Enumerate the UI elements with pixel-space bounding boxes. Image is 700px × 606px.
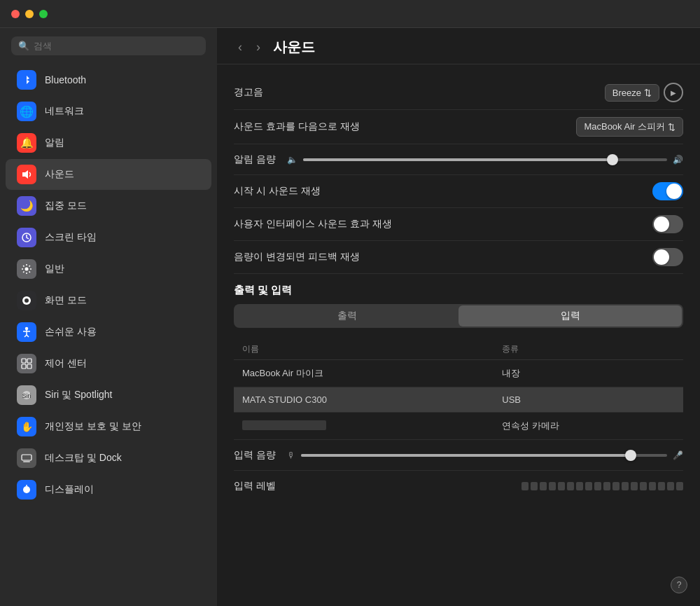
level-bar-16 — [667, 482, 674, 490]
sidebar-item-accessibility[interactable]: 손쉬운 사용 — [6, 317, 211, 347]
general-icon — [17, 259, 36, 279]
svg-rect-16 — [22, 455, 31, 460]
alert-volume-track[interactable] — [303, 158, 667, 161]
startup-sound-toggle[interactable] — [652, 182, 683, 200]
input-volume-slider[interactable]: 🎙 🎤 — [287, 450, 683, 460]
tab-output[interactable]: 출력 — [235, 305, 458, 326]
row-type-0: 내장 — [493, 360, 683, 387]
svg-point-4 — [24, 298, 29, 303]
sidebar-item-displays[interactable]: 디스플레이 — [6, 474, 211, 505]
alert-sound-label: 경고음 — [234, 86, 263, 99]
content-body: 경고음 Breeze ⇅ ▶ 사운드 효과를 다음으로 재생 MacBook A… — [217, 64, 700, 518]
volume-feedback-row: 음량이 변경되면 피드백 재생 — [234, 241, 683, 274]
tab-switcher: 출력 입력 — [234, 304, 683, 328]
input-volume-thumb[interactable] — [625, 450, 636, 461]
alert-volume-thumb[interactable] — [607, 154, 618, 165]
row-name-1: MATA STUDIO C300 — [234, 387, 493, 413]
volume-feedback-label: 음량이 변경되면 피드백 재생 — [234, 251, 360, 263]
sidebar-item-label-privacy: 개인정보 보호 및 보안 — [45, 420, 141, 433]
row-name-0: MacBook Air 마이크 — [234, 360, 493, 387]
svg-rect-17 — [23, 461, 30, 462]
startup-sound-thumb — [666, 184, 682, 199]
sidebar-item-label-screentime: 스크린 타임 — [45, 231, 97, 244]
sidebar-item-label-network: 네트워크 — [45, 105, 84, 118]
level-bar-13 — [640, 482, 647, 490]
sidebar-item-siri[interactable]: SiriSiri 및 Spotlight — [6, 380, 211, 411]
sidebar-item-label-focus: 집중 모드 — [45, 200, 87, 212]
sidebar-item-label-control_center: 제어 센터 — [45, 357, 87, 370]
play-sound-button[interactable]: ▶ — [664, 83, 683, 102]
alert-volume-fill — [303, 158, 612, 161]
sidebar-item-bluetooth[interactable]: Bluetooth — [6, 64, 211, 95]
sidebar-item-alarm[interactable]: 🔔알림 — [6, 128, 211, 158]
alert-volume-slider[interactable]: 🔈 🔊 — [287, 155, 683, 165]
page-title: 사운드 — [273, 38, 315, 57]
level-bar-17 — [676, 482, 683, 490]
volume-low-icon: 🔈 — [287, 155, 298, 165]
svg-line-9 — [27, 335, 29, 337]
help-button[interactable]: ? — [671, 577, 687, 593]
search-bar[interactable]: 🔍 — [11, 36, 206, 55]
search-input[interactable] — [34, 41, 199, 51]
level-bar-12 — [631, 482, 638, 490]
sidebar-item-focus[interactable]: 🌙집중 모드 — [6, 191, 211, 221]
sidebar-item-network[interactable]: 🌐네트워크 — [6, 96, 211, 127]
close-button[interactable] — [11, 10, 20, 18]
alert-volume-row: 알림 음량 🔈 🔊 — [234, 144, 683, 175]
siri-icon: Siri — [17, 385, 36, 405]
svg-rect-10 — [22, 359, 26, 363]
input-volume-track[interactable] — [301, 454, 667, 457]
displays-icon — [17, 480, 36, 500]
io-table: 이름 종류 MacBook Air 마이크내장MATA STUDIO C300U… — [234, 339, 683, 440]
sidebar-item-general[interactable]: 일반 — [6, 254, 211, 284]
mic-low-icon: 🎙 — [287, 450, 295, 460]
play-sound-selector[interactable]: MacBook Air 스피커 ⇅ — [576, 117, 683, 137]
level-bar-1 — [531, 482, 538, 490]
content-header: ‹ › 사운드 — [217, 28, 700, 64]
sidebar-item-display_mode[interactable]: 화면 모드 — [6, 285, 211, 316]
sidebar-item-privacy[interactable]: ✋개인정보 보호 및 보안 — [6, 411, 211, 442]
forward-button[interactable]: › — [252, 39, 265, 56]
ui-sounds-toggle[interactable] — [652, 215, 683, 233]
play-sound-value: MacBook Air 스피커 ⇅ — [576, 117, 683, 137]
back-button[interactable]: ‹ — [234, 39, 246, 56]
svg-rect-13 — [27, 364, 31, 369]
screentime-icon — [17, 228, 36, 247]
sidebar-item-screentime[interactable]: 스크린 타임 — [6, 222, 211, 253]
network-icon: 🌐 — [17, 102, 36, 121]
search-icon: 🔍 — [18, 41, 29, 51]
svg-text:Siri: Siri — [22, 392, 31, 399]
table-row[interactable]: 연속성 카메라 — [234, 413, 683, 440]
io-table-head: 이름 종류 — [234, 339, 683, 360]
ui-sounds-row: 사용자 인터페이스 사운드 효과 재생 — [234, 208, 683, 241]
table-row[interactable]: MATA STUDIO C300USB — [234, 387, 683, 413]
alert-sound-selector[interactable]: Breeze ⇅ — [605, 84, 659, 102]
svg-rect-12 — [22, 364, 26, 369]
startup-sound-label: 시작 시 사운드 재생 — [234, 185, 321, 198]
maximize-button[interactable] — [39, 10, 48, 18]
desktop_dock-icon — [17, 448, 36, 468]
col-name: 이름 — [234, 339, 493, 360]
content-area: ‹ › 사운드 경고음 Breeze ⇅ ▶ 사운드 효과를 다음으로 재생 — [217, 28, 700, 606]
input-volume-row: 입력 음량 🎙 🎤 — [234, 440, 683, 471]
alert-volume-label: 알림 음량 — [234, 153, 276, 166]
level-bar-6 — [576, 482, 583, 490]
volume-feedback-toggle[interactable] — [652, 248, 683, 266]
level-bar-11 — [622, 482, 629, 490]
sidebar-item-control_center[interactable]: 제어 센터 — [6, 348, 211, 379]
sidebar-item-desktop_dock[interactable]: 데스크탑 및 Dock — [6, 443, 211, 474]
level-bar-9 — [603, 482, 610, 490]
sidebar-item-label-accessibility: 손쉬운 사용 — [45, 326, 97, 338]
table-row[interactable]: MacBook Air 마이크내장 — [234, 360, 683, 387]
display_mode-icon — [17, 291, 36, 310]
tab-input[interactable]: 입력 — [458, 305, 682, 326]
input-level-bars — [522, 482, 683, 490]
row-name-2 — [234, 413, 493, 440]
sidebar-items: Bluetooth🌐네트워크🔔알림사운드🌙집중 모드스크린 타임일반화면 모드손… — [0, 64, 217, 506]
input-level-row: 입력 레벨 — [234, 471, 683, 502]
input-volume-fill — [301, 454, 631, 457]
minimize-button[interactable] — [25, 10, 34, 18]
level-bar-10 — [612, 482, 620, 490]
svg-marker-0 — [22, 170, 28, 179]
sidebar-item-sound[interactable]: 사운드 — [6, 159, 211, 190]
